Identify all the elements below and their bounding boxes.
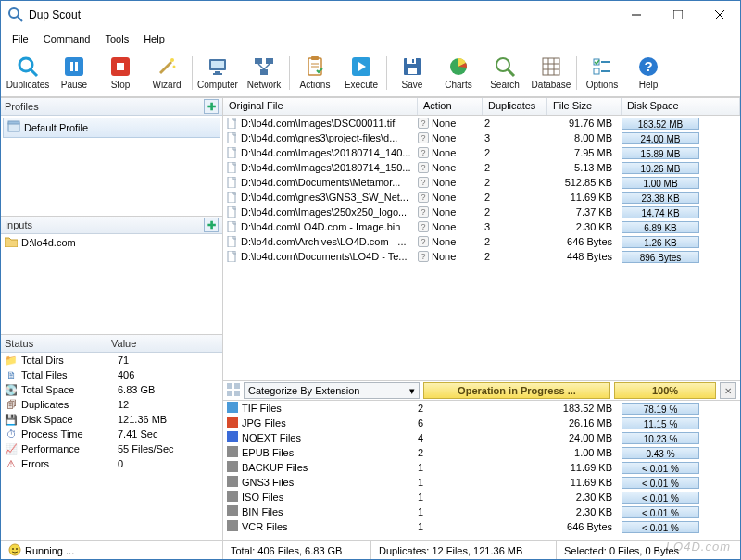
category-row[interactable]: BIN Files12.30 KB< 0.01 % bbox=[223, 504, 740, 519]
charts-button[interactable]: Charts bbox=[435, 51, 482, 95]
col-duplicates[interactable]: Duplicates bbox=[483, 98, 547, 115]
table-row[interactable]: D:\lo4d.com\Images\20180714_150...?None2… bbox=[223, 160, 740, 175]
svg-line-35 bbox=[508, 69, 514, 76]
pause-button[interactable]: Pause bbox=[51, 51, 97, 95]
add-input-button[interactable]: ✚ bbox=[204, 218, 219, 232]
execute-icon bbox=[350, 56, 372, 78]
disk-space-badge: 183.52 MB bbox=[622, 118, 699, 130]
menu-help[interactable]: Help bbox=[136, 31, 172, 46]
status-row: 🗎Total Files406 bbox=[1, 367, 222, 382]
help-button[interactable]: ?Help bbox=[625, 51, 672, 95]
close-button[interactable] bbox=[698, 1, 740, 29]
category-size: 24.00 MB bbox=[547, 432, 622, 443]
menu-file[interactable]: File bbox=[5, 31, 36, 46]
category-row[interactable]: TIF Files2183.52 MB78.19 % bbox=[223, 401, 740, 416]
category-row[interactable]: BACKUP Files111.69 KB< 0.01 % bbox=[223, 460, 740, 475]
file-size: 7.95 MB bbox=[547, 147, 622, 158]
category-row[interactable]: ISO Files12.30 KB< 0.01 % bbox=[223, 490, 740, 504]
svg-rect-69 bbox=[227, 491, 238, 502]
category-count: 1 bbox=[418, 521, 547, 532]
execute-button[interactable]: Execute bbox=[338, 51, 384, 95]
category-percent: < 0.01 % bbox=[622, 462, 699, 474]
maximize-button[interactable] bbox=[657, 1, 698, 29]
col-disk-space[interactable]: Disk Space bbox=[622, 98, 740, 115]
col-action[interactable]: Action bbox=[418, 98, 483, 115]
file-icon bbox=[227, 147, 238, 158]
table-row[interactable]: D:\lo4d.com\Images\DSC00011.tif?None291.… bbox=[223, 116, 740, 131]
svg-point-13 bbox=[170, 58, 174, 62]
profiles-header: Profiles ✚ bbox=[1, 97, 222, 116]
dup-count: 3 bbox=[483, 132, 547, 143]
category-row[interactable]: GNS3 Files111.69 KB< 0.01 % bbox=[223, 475, 740, 490]
table-row[interactable]: D:\lo4d.com\Archives\LO4D.com - ...?None… bbox=[223, 234, 740, 249]
inputs-header: Inputs ✚ bbox=[1, 216, 222, 234]
close-category-button[interactable]: ✕ bbox=[720, 382, 736, 399]
save-button[interactable]: Save bbox=[389, 51, 435, 95]
svg-point-14 bbox=[173, 66, 176, 68]
menu-command[interactable]: Command bbox=[36, 31, 98, 46]
search-button[interactable]: Search bbox=[482, 51, 528, 95]
pause-label: Pause bbox=[61, 80, 87, 90]
svg-rect-10 bbox=[75, 62, 78, 71]
profile-item[interactable]: Default Profile bbox=[3, 118, 220, 138]
svg-rect-25 bbox=[311, 56, 319, 60]
table-row[interactable]: D:\lo4d.com\Documents\LO4D - Te...?None2… bbox=[223, 249, 740, 264]
network-button[interactable]: Network bbox=[241, 51, 287, 95]
filetype-icon bbox=[227, 431, 238, 444]
action-value: None bbox=[432, 206, 456, 218]
app-icon bbox=[8, 7, 23, 22]
menu-tools[interactable]: Tools bbox=[97, 31, 136, 46]
categorize-select[interactable]: Categorize By Extension ▾ bbox=[244, 382, 420, 399]
status-col-key: Status bbox=[5, 338, 111, 349]
statusbar: Running ... Total: 406 Files, 6.83 GB Du… bbox=[1, 540, 740, 560]
status-row: 🗐Duplicates12 bbox=[1, 397, 222, 412]
running-icon bbox=[8, 543, 21, 558]
computer-icon bbox=[207, 56, 229, 78]
table-row[interactable]: D:\lo4d.com\gnes3\project-files\d...?Non… bbox=[223, 131, 740, 145]
table-row[interactable]: D:\lo4d.com\Images\250x250_logo...?None2… bbox=[223, 205, 740, 219]
category-row[interactable]: EPUB Files21.00 MB0.43 % bbox=[223, 445, 740, 460]
category-row[interactable]: JPG Files626.16 MB11.15 % bbox=[223, 416, 740, 430]
svg-rect-57 bbox=[228, 236, 235, 247]
status-key: Performance bbox=[21, 443, 114, 454]
duplicates-button[interactable]: Duplicates bbox=[5, 51, 51, 95]
table-row[interactable]: D:\lo4d.com\Images\20180714_140...?None2… bbox=[223, 145, 740, 160]
add-profile-button[interactable]: ✚ bbox=[204, 99, 219, 114]
action-icon: ? bbox=[418, 236, 429, 247]
file-size: 11.69 KB bbox=[547, 192, 622, 203]
profile-label: Default Profile bbox=[24, 122, 88, 133]
table-row[interactable]: D:\lo4d.com\gnes3\GNS3_SW_Net...?None211… bbox=[223, 190, 740, 205]
svg-rect-65 bbox=[227, 431, 238, 442]
wizard-button[interactable]: Wizard bbox=[144, 51, 190, 95]
dup-count: 2 bbox=[483, 192, 547, 203]
col-original-file[interactable]: Original File bbox=[223, 98, 418, 115]
svg-rect-9 bbox=[70, 62, 73, 71]
options-button[interactable]: Options bbox=[579, 51, 625, 95]
category-row[interactable]: NOEXT Files424.00 MB10.23 % bbox=[223, 430, 740, 445]
svg-rect-32 bbox=[412, 59, 414, 63]
disk-space-badge: 6.89 KB bbox=[622, 221, 699, 233]
status-icon: 🗎 bbox=[5, 368, 18, 381]
stop-button[interactable]: Stop bbox=[97, 51, 144, 95]
input-item[interactable]: D:\lo4d.com bbox=[1, 234, 222, 251]
category-name: JPG Files bbox=[242, 417, 286, 429]
inputs-list: D:\lo4d.com bbox=[1, 234, 222, 334]
minimize-button[interactable] bbox=[615, 1, 657, 29]
stop-label: Stop bbox=[111, 80, 131, 90]
status-selected: Selected: 0 Files, 0 Bytes bbox=[557, 541, 740, 560]
computer-button[interactable]: Computer bbox=[195, 51, 241, 95]
category-row[interactable]: VCR Files1646 Bytes< 0.01 % bbox=[223, 519, 740, 534]
database-button[interactable]: Database bbox=[528, 51, 574, 95]
table-row[interactable]: D:\lo4d.com\LO4D.com - Image.bin?None32.… bbox=[223, 219, 740, 234]
svg-rect-71 bbox=[227, 520, 238, 531]
actions-icon bbox=[304, 56, 326, 78]
titlebar: Dup Scout bbox=[1, 1, 740, 29]
dup-count: 2 bbox=[483, 251, 547, 262]
status-row: 📈Performance55 Files/Sec bbox=[1, 442, 222, 456]
col-file-size[interactable]: File Size bbox=[547, 98, 622, 115]
action-icon: ? bbox=[418, 192, 429, 203]
status-key: Disk Space bbox=[21, 414, 114, 425]
table-row[interactable]: D:\lo4d.com\Documents\Metamor...?None251… bbox=[223, 175, 740, 190]
actions-button[interactable]: Actions bbox=[292, 51, 338, 95]
status-total: Total: 406 Files, 6.83 GB bbox=[223, 541, 371, 560]
